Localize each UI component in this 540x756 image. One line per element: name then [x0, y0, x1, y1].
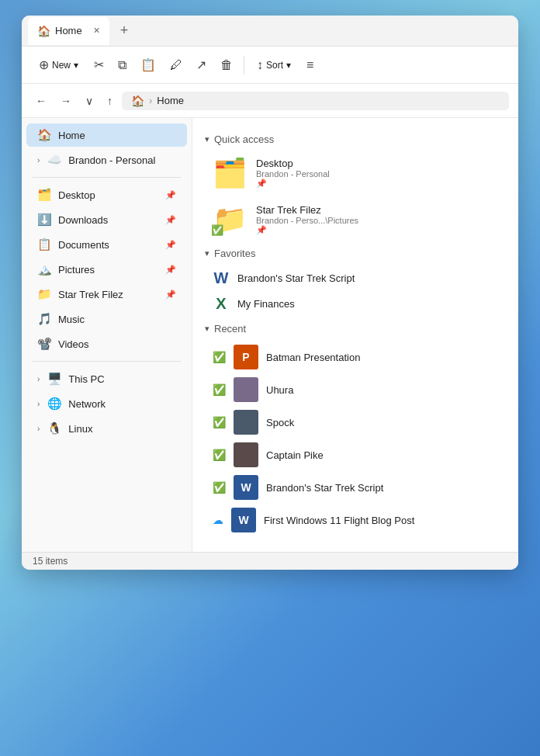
recent-item-batman[interactable]: ✅ P Batman Presentation — [205, 341, 506, 373]
desktop-item-name: Desktop — [256, 158, 330, 169]
delete-button[interactable]: 🗑 — [214, 54, 239, 77]
quick-access-chevron: ▾ — [205, 134, 209, 144]
rename-button[interactable]: 🖊 — [164, 54, 189, 77]
recent-item-blogpost[interactable]: ☁ W First Windows 11 Flight Blog Post — [205, 504, 506, 536]
up-button[interactable]: ↑ — [102, 92, 117, 110]
startrek-folder-icon: 📁 ✅ — [213, 205, 247, 234]
desktop-item-path: Brandon - Personal — [256, 169, 330, 179]
address-path[interactable]: 🏠 › Home — [122, 92, 509, 110]
sidebar-startrek-label: Star Trek Filez — [58, 289, 123, 300]
startrek-icon: 📁 — [37, 287, 52, 301]
downloads-icon: ⬇️ — [37, 213, 52, 227]
pike-status-icon: ✅ — [213, 449, 226, 461]
sort-label: Sort — [266, 60, 283, 71]
startrek-check-badge: ✅ — [211, 224, 223, 236]
copy-button[interactable]: ⧉ — [112, 54, 133, 77]
home-tab[interactable]: 🏠 Home ✕ — [28, 17, 109, 45]
forward-button[interactable]: → — [56, 92, 76, 110]
quick-access-header[interactable]: ▾ Quick access — [205, 134, 506, 145]
startrek-item-path: Brandon - Perso...\Pictures — [256, 216, 358, 225]
sidebar-item-startrek[interactable]: 📁 Star Trek Filez 📌 — [26, 283, 187, 306]
sidebar-documents-label: Documents — [58, 239, 109, 251]
sidebar-item-music[interactable]: 🎵 Music — [26, 307, 187, 331]
pike-thumb — [234, 442, 258, 467]
recent-item-pike[interactable]: ✅ Captain Pike — [205, 439, 506, 471]
quick-access-startrek[interactable]: 📁 ✅ Star Trek Filez Brandon - Perso...\P… — [205, 198, 506, 241]
spock-thumb — [234, 410, 258, 435]
share-button[interactable]: ↗ — [190, 53, 213, 77]
tab-close-button[interactable]: ✕ — [93, 26, 100, 36]
sidebar-item-linux[interactable]: › 🐧 Linux — [26, 417, 187, 440]
recent-list: ✅ P Batman Presentation ✅ Uhura ✅ Spock … — [205, 341, 506, 536]
sidebar-item-home[interactable]: 🏠 Home — [26, 123, 187, 147]
desktop-icon: 🗂️ — [37, 188, 52, 202]
desktop-folder-icon: 🗂️ — [213, 158, 247, 188]
favorites-label: Favorites — [214, 248, 255, 259]
brandon-cloud-icon: ☁️ — [47, 153, 62, 167]
quick-access-label: Quick access — [214, 134, 274, 145]
cut-button[interactable]: ✂ — [88, 53, 110, 77]
sidebar-brandon-label: Brandon - Personal — [68, 154, 155, 166]
sort-chevron: ▾ — [286, 60, 291, 71]
network-chevron: › — [37, 400, 40, 408]
word-icon-1: W — [213, 269, 230, 287]
share-icon: ↗ — [196, 57, 206, 72]
sidebar-downloads-label: Downloads — [58, 214, 108, 226]
sidebar-item-pictures[interactable]: 🏔️ Pictures 📌 — [26, 258, 187, 281]
pictures-pin-icon: 📌 — [165, 265, 176, 275]
recent-label: Recent — [214, 323, 246, 335]
desktop-pin: 📌 — [256, 179, 330, 189]
script2-thumb: W — [234, 475, 258, 500]
recent-pike-name: Captain Pike — [266, 449, 324, 461]
sort-button[interactable]: ↕ Sort ▾ — [249, 54, 299, 77]
excel-icon-1: X — [213, 295, 230, 313]
sidebar-item-documents[interactable]: 📋 Documents 📌 — [26, 233, 187, 256]
new-tab-button[interactable]: + — [114, 19, 135, 42]
sidebar-item-thispc[interactable]: › 🖥️ This PC — [26, 367, 187, 390]
tab-home-icon: 🏠 — [37, 25, 50, 37]
view-options-button[interactable]: ≡ — [300, 54, 320, 77]
address-bar: ← → ∨ ↑ 🏠 › Home — [22, 84, 518, 118]
favorites-list: W Brandon's Star Trek Script X My Financ… — [205, 265, 506, 317]
sidebar-item-brandon[interactable]: › ☁️ Brandon - Personal — [26, 148, 187, 172]
quick-access-desktop[interactable]: 🗂️ Desktop Brandon - Personal 📌 — [205, 151, 506, 195]
recent-item-uhura[interactable]: ✅ Uhura — [205, 373, 506, 406]
uhura-status-icon: ✅ — [213, 383, 226, 396]
favorites-header[interactable]: ▾ Favorites — [205, 248, 506, 259]
recent-item-spock[interactable]: ✅ Spock — [205, 406, 506, 439]
brandon-chevron: › — [37, 156, 40, 165]
quick-access-grid: 🗂️ Desktop Brandon - Personal 📌 📁 ✅ Star — [205, 151, 506, 241]
sidebar-item-downloads[interactable]: ⬇️ Downloads 📌 — [26, 208, 187, 231]
paste-button[interactable]: 📋 — [134, 53, 162, 77]
new-button[interactable]: ⊕ New ▾ — [31, 53, 86, 77]
new-icon: ⊕ — [39, 57, 49, 72]
favorites-item-startrek-script[interactable]: W Brandon's Star Trek Script — [205, 265, 506, 291]
sidebar-item-desktop[interactable]: 🗂️ Desktop 📌 — [26, 183, 187, 206]
sidebar-music-label: Music — [58, 314, 85, 325]
back-button[interactable]: ← — [31, 92, 51, 110]
recent-chevron: ▾ — [205, 324, 209, 334]
startrek-pin: 📌 — [256, 225, 358, 235]
script2-status-icon: ✅ — [213, 481, 226, 494]
sidebar-item-network[interactable]: › 🌐 Network — [26, 392, 187, 415]
documents-pin-icon: 📌 — [165, 240, 176, 250]
recent-batman-name: Batman Presentation — [266, 352, 360, 363]
toolbar: ⊕ New ▾ ✂ ⧉ 📋 🖊 ↗ 🗑 ↕ Sort ▾ ≡ — [22, 47, 518, 84]
file-explorer-window: 🏠 Home ✕ + ⊕ New ▾ ✂ ⧉ 📋 🖊 ↗ 🗑 — [22, 16, 518, 570]
sidebar-item-videos[interactable]: 📽️ Videos — [26, 332, 187, 355]
favorites-item-finances[interactable]: X My Finances — [205, 291, 506, 317]
paste-icon: 📋 — [140, 57, 156, 72]
status-bar: 15 items — [22, 552, 518, 570]
new-chevron: ▾ — [74, 60, 78, 71]
startrek-info: Star Trek Filez Brandon - Perso...\Pictu… — [256, 204, 358, 235]
recent-locations-button[interactable]: ∨ — [81, 92, 98, 110]
address-separator: › — [149, 95, 152, 106]
new-label: New — [52, 60, 71, 71]
main-content: 🏠 Home › ☁️ Brandon - Personal 🗂️ Deskto… — [22, 118, 518, 552]
recent-header[interactable]: ▾ Recent — [205, 323, 506, 335]
right-panel: ▾ Quick access 🗂️ Desktop Brandon - Pers… — [192, 118, 518, 552]
sidebar-videos-label: Videos — [58, 338, 89, 350]
documents-icon: 📋 — [37, 238, 52, 251]
sidebar-divider-1 — [33, 177, 181, 178]
recent-item-script2[interactable]: ✅ W Brandon's Star Trek Script — [205, 471, 506, 504]
